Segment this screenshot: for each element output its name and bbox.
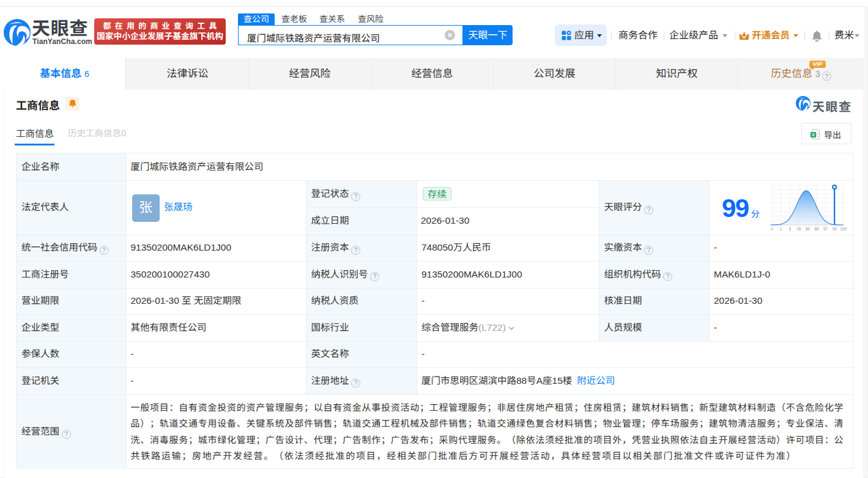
svg-text:97: 97 [823,227,828,231]
svg-text:0: 0 [771,227,773,231]
svg-text:X: X [812,132,815,138]
svg-text:99: 99 [833,227,837,231]
svg-text:85: 85 [814,227,819,231]
svg-text:100: 100 [840,227,847,231]
svg-text:15: 15 [796,227,801,231]
svg-text:50: 50 [806,227,811,231]
svg-text:3: 3 [788,227,791,231]
svg-text:1: 1 [780,227,782,231]
